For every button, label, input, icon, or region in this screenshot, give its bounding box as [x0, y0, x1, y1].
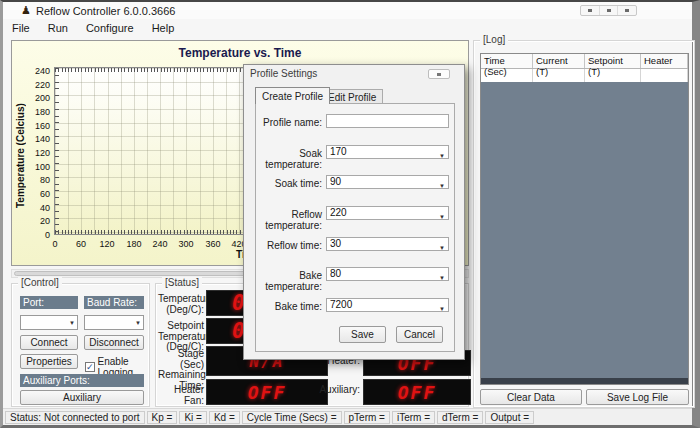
x-tick-label: 300 [173, 239, 199, 249]
chevron-down-icon: ▼ [69, 320, 75, 326]
port-label: Port: [20, 296, 78, 309]
log-empty-row [481, 69, 688, 82]
y-tick-label: 20 [28, 216, 50, 226]
y-tick-label: 220 [28, 80, 50, 90]
statusbar-ki: Ki = [179, 411, 207, 424]
statusbar-pterm: pTerm = [344, 411, 390, 424]
heater-fan-label: Heater Fan: [158, 385, 204, 406]
soak-temperature-combobox[interactable]: 170 ▼ [326, 145, 449, 159]
chevron-down-icon: ▼ [439, 242, 445, 254]
auxiliary-label: Auxiliary: [316, 385, 360, 396]
auxiliary-button[interactable]: Auxiliary [20, 390, 144, 405]
app-icon: ♟ [21, 4, 31, 17]
y-tick-label: 200 [28, 93, 50, 103]
save-log-file-button[interactable]: Save Log File [586, 389, 689, 405]
menu-item-configure[interactable]: Configure [77, 20, 143, 36]
statusbar-kp: Kp = [147, 411, 178, 424]
port-combobox[interactable]: ▼ [20, 315, 78, 330]
menu-bar: File Run Configure Help [3, 19, 692, 37]
y-tick-label: 140 [28, 134, 50, 144]
auxiliary-ports-label: Auxiliary Ports: [20, 374, 144, 387]
left-axis-ticks [55, 68, 59, 234]
baud-rate-label: Baud Rate: [84, 296, 144, 309]
bake-time-label: Bake time: [250, 301, 322, 312]
baud-rate-combobox[interactable]: ▼ [84, 315, 144, 330]
y-tick-label: 40 [28, 203, 50, 213]
soak-temperature-value: 170 [330, 146, 347, 157]
x-tick-label: 60 [68, 239, 94, 249]
auxiliary-display: OFF [363, 379, 471, 405]
y-tick-label: 160 [28, 121, 50, 131]
close-button[interactable] [618, 6, 636, 15]
column-header-time[interactable]: Time (Sec) [481, 54, 533, 68]
x-tick-label: 120 [94, 239, 120, 249]
connect-button[interactable]: Connect [20, 335, 78, 350]
profile-name-input[interactable] [326, 114, 449, 128]
y-tick-label: 180 [28, 107, 50, 117]
bake-time-combobox[interactable]: 7200 ▼ [326, 298, 449, 312]
log-table-bottom-bar [481, 378, 688, 384]
maximize-button[interactable] [600, 6, 619, 15]
tab-edit-profile[interactable]: Edit Profile [321, 89, 383, 104]
menu-item-run[interactable]: Run [39, 20, 77, 36]
chevron-down-icon: ▼ [439, 211, 445, 223]
reflow-time-label: Reflow time: [250, 240, 322, 251]
y-tick-label: 120 [28, 148, 50, 158]
log-group-label: [Log] [480, 34, 508, 45]
profile-name-label: Profile name: [250, 117, 322, 128]
minimize-button[interactable] [581, 6, 600, 15]
heater-fan-display: OFF [206, 379, 328, 405]
window-controls [580, 5, 637, 16]
reflow-temperature-label: Reflow temperature: [250, 209, 322, 231]
menu-item-file[interactable]: File [3, 20, 39, 36]
y-tick-label: 80 [28, 175, 50, 185]
dialog-close-button[interactable] [428, 69, 450, 79]
soak-temperature-label: Soak temperature: [250, 148, 322, 170]
x-tick-label: 180 [121, 239, 147, 249]
profile-settings-dialog: Profile Settings Create Profile Edit Pro… [243, 64, 465, 360]
enable-logging-checkbox[interactable]: ✓ [85, 362, 95, 372]
x-tick-label: 240 [147, 239, 173, 249]
disconnect-button[interactable]: Disconnect [84, 335, 144, 350]
chevron-down-icon: ▼ [439, 272, 445, 284]
dialog-title: Profile Settings [250, 68, 317, 79]
reflow-temperature-value: 220 [330, 207, 347, 218]
tab-create-profile[interactable]: Create Profile [255, 87, 330, 104]
log-group: [Log] Time (Sec) Current (T) Setpoint (T… [473, 40, 695, 408]
statusbar-dterm: dTerm = [437, 411, 483, 424]
cancel-button[interactable]: Cancel [396, 326, 443, 343]
y-axis-title: Temperature (Celcius) [15, 81, 26, 231]
bake-temperature-combobox[interactable]: 80 ▼ [326, 267, 449, 281]
menu-item-help[interactable]: Help [143, 20, 184, 36]
column-header-heater[interactable]: Heater [641, 54, 688, 68]
statusbar-cycle-time: Cycle Time (Secs) = [242, 411, 342, 424]
status-group-label: [Status] [162, 277, 202, 288]
column-header-current[interactable]: Current (T) [533, 54, 585, 68]
column-header-setpoint[interactable]: Setpoint (T) [585, 54, 641, 68]
chevron-down-icon: ▼ [439, 180, 445, 192]
chevron-down-icon: ▼ [439, 303, 445, 315]
y-tick-label: 100 [28, 162, 50, 172]
y-tick-label: 60 [28, 189, 50, 199]
reflow-time-combobox[interactable]: 30 ▼ [326, 237, 449, 251]
save-button[interactable]: Save [339, 326, 386, 343]
main-window: ♟ Reflow Controller 6.0.0.3666 File Run … [0, 0, 700, 428]
log-table[interactable]: Time (Sec) Current (T) Setpoint (T) Heat… [480, 53, 689, 385]
statusbar-iterm: iTerm = [392, 411, 435, 424]
control-group-label: [Control] [18, 277, 62, 288]
bake-temperature-label: Bake temperature: [250, 270, 322, 292]
title-bar: ♟ Reflow Controller 6.0.0.3666 [3, 2, 692, 19]
reflow-temperature-combobox[interactable]: 220 ▼ [326, 206, 449, 220]
statusbar-kd: Kd = [209, 411, 240, 424]
window-title: Reflow Controller 6.0.0.3666 [36, 5, 175, 17]
x-tick-label: 360 [200, 239, 226, 249]
statusbar-connection: Status: Not connected to port [5, 411, 145, 424]
properties-button[interactable]: Properties [20, 354, 78, 369]
statusbar-output: Output = [485, 411, 534, 424]
soak-time-combobox[interactable]: 90 ▼ [326, 175, 449, 189]
soak-time-value: 90 [330, 176, 341, 187]
chevron-down-icon: ▼ [439, 150, 445, 162]
soak-time-label: Soak time: [250, 178, 322, 189]
y-tick-label: 240 [28, 66, 50, 76]
clear-data-button[interactable]: Clear Data [480, 389, 582, 405]
